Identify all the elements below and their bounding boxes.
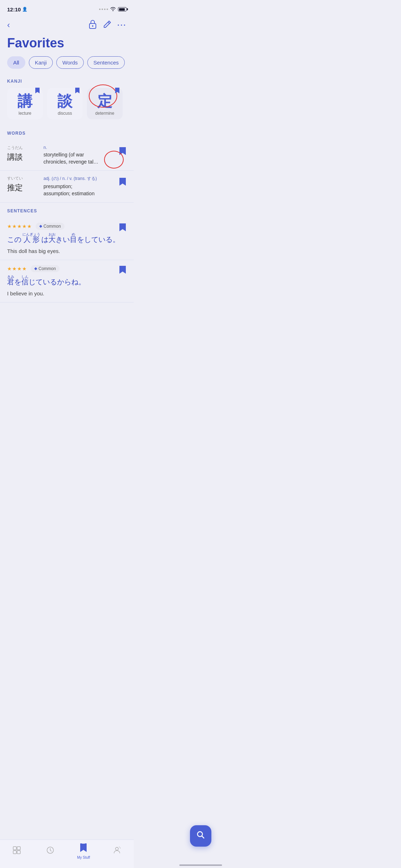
word-japanese-koudan: こうだん 講談 bbox=[7, 145, 39, 162]
kanji-section-header: KANJI bbox=[0, 76, 134, 88]
nav-bar: ‹ ··· bbox=[0, 16, 134, 34]
sentence-english-1: This doll has big eyes. bbox=[7, 247, 127, 255]
sentence-japanese-2: 君きみを信しんじているからね。 bbox=[7, 275, 127, 288]
word-definition-koudan: n. storytelling (of warchronicles, reven… bbox=[43, 145, 114, 165]
kanji-card-discuss[interactable]: 談 discuss bbox=[47, 88, 83, 119]
kanji-bookmark-lecture bbox=[35, 87, 40, 95]
diamond-icon-2: ◆ bbox=[34, 266, 37, 271]
word-meaning-suitei: presumption;assumption; estimation bbox=[43, 183, 114, 197]
wifi-icon bbox=[110, 6, 116, 12]
common-badge-1: ◆ Common bbox=[36, 223, 65, 230]
tab-words[interactable]: Words bbox=[56, 56, 84, 69]
filter-tabs: All Kanji Words Sentences bbox=[0, 56, 134, 76]
ruby-shin: 信しん bbox=[21, 278, 29, 286]
tab-sentences[interactable]: Sentences bbox=[87, 56, 125, 69]
diamond-icon-1: ◆ bbox=[39, 224, 42, 228]
ruby-me: 目め bbox=[70, 236, 77, 243]
words-section-header: WORDS bbox=[0, 128, 134, 140]
edit-button[interactable] bbox=[103, 20, 111, 30]
kanji-char-determine: 定 bbox=[97, 93, 112, 109]
word-bookmark-suitei[interactable] bbox=[119, 177, 127, 188]
word-kanji-suitei: 推定 bbox=[7, 182, 39, 193]
sentence-english-2: I believe in you. bbox=[7, 290, 127, 297]
tab-kanji[interactable]: Kanji bbox=[29, 56, 53, 69]
kanji-meaning-discuss: discuss bbox=[58, 111, 72, 116]
person-icon: 👤 bbox=[22, 7, 27, 12]
words-section: こうだん 講談 n. storytelling (of warchronicle… bbox=[0, 140, 134, 205]
word-type-koudan: n. bbox=[43, 145, 114, 150]
word-meaning-koudan: storytelling (of warchronicles, revenge … bbox=[43, 151, 114, 165]
nav-icons: ··· bbox=[89, 20, 127, 31]
sentences-section: ★★★★★ ◆ Common この 人形にんぎょう は大おおきい目めをしている。… bbox=[0, 218, 134, 303]
sentence-stars-1: ★★★★★ bbox=[7, 223, 32, 229]
badge-label-1: Common bbox=[43, 224, 61, 229]
kanji-card-lecture[interactable]: 講 lecture bbox=[7, 88, 43, 119]
signal-dots bbox=[99, 9, 108, 10]
word-bookmark-koudan[interactable] bbox=[119, 146, 127, 157]
ruby-kimi: 君きみ bbox=[7, 278, 14, 286]
sentences-section-header: SENTENCES bbox=[0, 206, 134, 218]
sentence-stars-2: ★★★★ bbox=[7, 266, 27, 272]
tab-all[interactable]: All bbox=[7, 56, 25, 69]
sentence-bookmark-1[interactable] bbox=[119, 223, 127, 234]
word-item-koudан[interactable]: こうだん 講談 n. storytelling (of warchronicle… bbox=[0, 140, 134, 171]
kanji-row: 講 lecture 談 discuss 定 determine bbox=[0, 88, 134, 128]
more-button[interactable]: ··· bbox=[117, 21, 127, 29]
battery-icon bbox=[118, 7, 127, 11]
lock-button[interactable] bbox=[89, 20, 97, 31]
sentence-bookmark-2[interactable] bbox=[119, 265, 127, 276]
sentence-header-1: ★★★★★ ◆ Common bbox=[7, 223, 127, 230]
word-type-suitei: adj. (の) / n. / v. (trans. する) bbox=[43, 176, 114, 182]
word-reading-suitei: すいてい bbox=[7, 176, 39, 181]
kanji-char-lecture: 講 bbox=[17, 93, 32, 109]
badge-label-2: Common bbox=[38, 266, 56, 271]
ruby-ningyou: 人形にんぎょう bbox=[24, 236, 40, 243]
kanji-char-discuss: 談 bbox=[57, 93, 72, 109]
kanji-meaning-determine: determine bbox=[95, 111, 114, 116]
kanji-card-determine[interactable]: 定 determine bbox=[87, 88, 123, 119]
kanji-bookmark-discuss bbox=[75, 87, 80, 95]
sentence-item-2[interactable]: ★★★★ ◆ Common 君きみを信しんじているからね。 I believe … bbox=[0, 260, 134, 303]
word-definition-suitei: adj. (の) / n. / v. (trans. する) presumpti… bbox=[43, 176, 114, 197]
kanji-bookmark-determine bbox=[115, 87, 120, 95]
sentence-japanese-1: この 人形にんぎょう は大おおきい目めをしている。 bbox=[7, 233, 127, 245]
sentence-item-1[interactable]: ★★★★★ ◆ Common この 人形にんぎょう は大おおきい目めをしている。… bbox=[0, 218, 134, 260]
svg-point-1 bbox=[92, 25, 93, 27]
status-icons bbox=[99, 6, 127, 12]
common-badge-2: ◆ Common bbox=[31, 265, 60, 272]
time-display: 12:10 bbox=[7, 6, 21, 12]
kanji-meaning-lecture: lecture bbox=[19, 111, 31, 116]
word-kanji-koudan: 講談 bbox=[7, 152, 39, 162]
status-bar: 12:10 👤 bbox=[0, 0, 134, 16]
status-time: 12:10 👤 bbox=[7, 6, 27, 12]
ruby-ookii: 大おお bbox=[48, 236, 56, 243]
page-title: Favorites bbox=[0, 34, 134, 56]
back-button[interactable]: ‹ bbox=[6, 19, 11, 31]
sentence-header-2: ★★★★ ◆ Common bbox=[7, 265, 127, 272]
word-item-suitei[interactable]: すいてい 推定 adj. (の) / n. / v. (trans. する) p… bbox=[0, 171, 134, 202]
word-japanese-suitei: すいてい 推定 bbox=[7, 176, 39, 193]
word-reading-koudan: こうだん bbox=[7, 145, 39, 150]
